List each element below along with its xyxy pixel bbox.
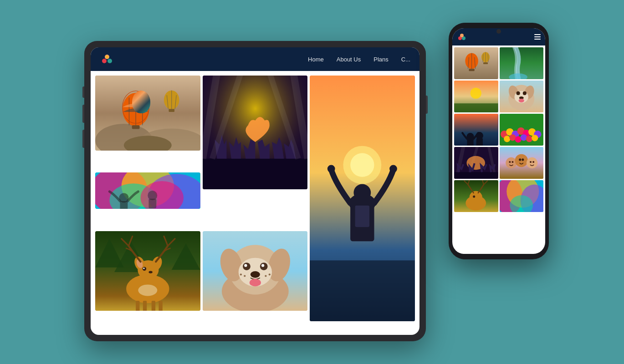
phone-screen	[452, 28, 545, 254]
tablet-navbar: Home About Us Plans C...	[91, 47, 419, 71]
svg-rect-125	[454, 172, 498, 179]
svg-point-120	[526, 136, 532, 142]
svg-point-28	[354, 184, 371, 202]
nav-link-plans[interactable]: Plans	[373, 56, 389, 63]
svg-point-102	[518, 99, 524, 102]
phone-logo	[457, 32, 467, 42]
svg-rect-105	[467, 139, 473, 146]
svg-point-135	[532, 161, 534, 163]
svg-point-118	[515, 136, 521, 142]
tablet-logo	[100, 52, 114, 66]
phone-photo-deer2[interactable]	[454, 180, 498, 212]
tablet-nav-links: Home About Us Plans C...	[308, 56, 410, 63]
svg-point-76	[460, 34, 464, 37]
svg-point-54	[249, 278, 261, 286]
tablet-volume-down-button	[82, 130, 84, 148]
svg-rect-107	[476, 138, 483, 146]
svg-rect-92	[454, 103, 498, 112]
svg-rect-32	[355, 206, 369, 227]
svg-point-57	[265, 275, 266, 277]
nav-link-about[interactable]: About Us	[337, 56, 361, 63]
photo-balloon[interactable]	[95, 76, 200, 151]
svg-point-127	[506, 157, 517, 168]
photo-dog[interactable]	[203, 231, 308, 311]
svg-rect-82	[469, 69, 475, 71]
svg-point-132	[519, 158, 521, 161]
svg-rect-40	[120, 201, 128, 209]
photo-deer[interactable]	[95, 231, 200, 311]
svg-point-29	[327, 165, 335, 173]
svg-point-51	[244, 264, 247, 267]
phone-photo-concert2[interactable]	[454, 147, 498, 179]
tablet-gallery	[91, 71, 419, 335]
svg-point-53	[251, 271, 260, 278]
photo-concert[interactable]	[203, 76, 308, 189]
svg-rect-42	[148, 199, 156, 208]
svg-rect-61	[136, 301, 139, 311]
svg-point-130	[509, 161, 511, 163]
photo-sunset[interactable]	[310, 76, 415, 321]
nav-link-more[interactable]: C...	[401, 56, 410, 63]
svg-point-1	[107, 59, 112, 63]
svg-point-134	[530, 161, 532, 163]
svg-point-41	[148, 191, 157, 200]
svg-rect-14	[132, 125, 140, 129]
svg-rect-87	[483, 62, 488, 64]
phone-photo-balloon[interactable]	[454, 47, 498, 79]
svg-point-0	[102, 59, 107, 63]
svg-rect-103	[454, 114, 498, 146]
phone-photo-sunset-field[interactable]	[454, 81, 498, 112]
phone-device	[449, 23, 549, 259]
svg-point-133	[522, 158, 524, 161]
phone-photo-friends-sunset[interactable]	[454, 114, 498, 146]
svg-point-52	[261, 264, 264, 267]
svg-point-72	[148, 271, 152, 273]
svg-point-119	[520, 134, 527, 141]
svg-point-129	[526, 157, 537, 168]
phone-camera	[496, 29, 501, 34]
phone-photo-tulips[interactable]	[500, 114, 544, 146]
phone-photo-friends2[interactable]	[500, 147, 544, 179]
tablet-device: Home About Us Plans C...	[84, 41, 426, 341]
svg-point-73	[138, 284, 157, 296]
phone-photo-holi2[interactable]	[500, 180, 544, 212]
svg-rect-62	[143, 301, 147, 311]
svg-rect-64	[159, 301, 162, 311]
svg-point-55	[244, 275, 246, 277]
svg-point-58	[268, 273, 270, 275]
photo-holi[interactable]	[95, 172, 200, 209]
svg-rect-31	[310, 260, 415, 321]
tablet-screen: Home About Us Plans C...	[91, 47, 419, 335]
nav-link-home[interactable]: Home	[308, 56, 324, 63]
svg-rect-19	[169, 109, 174, 112]
svg-point-131	[511, 161, 513, 163]
phone-photo-dog2[interactable]	[500, 81, 544, 112]
tablet-mute-button	[82, 86, 84, 98]
svg-point-116	[504, 136, 510, 142]
scene: Home About Us Plans C...	[61, 14, 563, 350]
svg-point-91	[471, 88, 481, 99]
svg-point-56	[240, 273, 241, 275]
svg-point-99	[516, 91, 520, 95]
svg-point-3	[106, 56, 108, 58]
svg-point-100	[522, 91, 526, 95]
svg-rect-22	[203, 159, 308, 189]
tablet-volume-up-button	[82, 105, 84, 123]
svg-point-128	[515, 154, 527, 167]
svg-rect-63	[152, 301, 155, 311]
svg-point-117	[509, 134, 516, 141]
svg-point-121	[532, 135, 538, 141]
svg-point-138	[470, 191, 482, 204]
hamburger-menu-icon[interactable]	[534, 34, 541, 40]
svg-point-30	[389, 165, 397, 173]
svg-point-139	[473, 195, 475, 197]
phone-gallery	[452, 46, 545, 254]
tablet-power-button	[426, 96, 428, 114]
svg-point-25	[350, 153, 374, 177]
phone-photo-waterfall[interactable]	[500, 47, 544, 79]
svg-point-71	[143, 268, 144, 269]
